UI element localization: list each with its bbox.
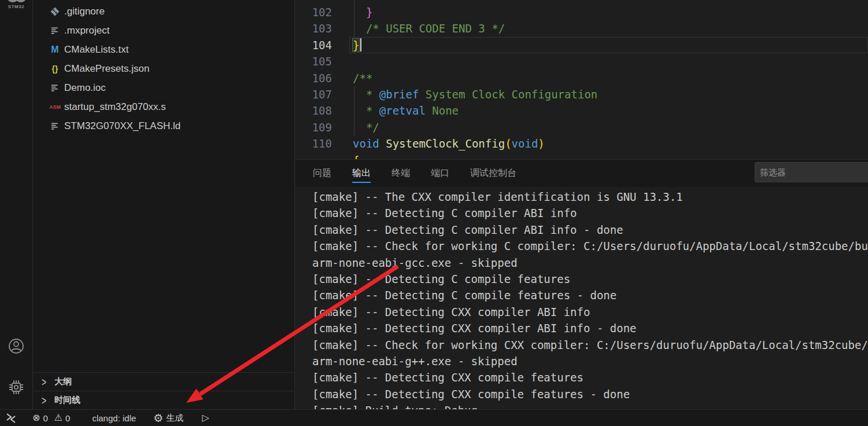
file-item-startup-asm[interactable]: ASM startup_stm32g070xx.s bbox=[34, 97, 294, 116]
stm32-logo-label: STM32 bbox=[8, 4, 24, 9]
timeline-section-header[interactable]: > 时间线 bbox=[34, 391, 294, 409]
stm32-extension-icon[interactable]: STM32 bbox=[0, 0, 32, 20]
document-icon bbox=[49, 26, 61, 35]
file-item-cmakepresets[interactable]: {} CMakePresets.json bbox=[34, 59, 294, 78]
output-line: [cmake] -- Detecting CXX compiler ABI in… bbox=[312, 320, 868, 336]
build-label: 生成 bbox=[166, 413, 183, 424]
output-line: [cmake] -- The CXX compiler identificati… bbox=[312, 189, 868, 205]
json-icon: {} bbox=[49, 64, 61, 74]
clangd-status[interactable]: clangd: idle bbox=[90, 410, 138, 426]
line-number: 109 bbox=[296, 119, 332, 135]
file-item-demo-ioc[interactable]: Demo.ioc bbox=[34, 78, 294, 97]
code-line: { bbox=[296, 152, 868, 159]
status-bar: ⊗ 0 ⚠ 0 clangd: idle ⚙ 生成 ▷ bbox=[0, 409, 868, 426]
line-number: 106 bbox=[296, 70, 332, 86]
file-list: .gitignore .mxproject M CMakeLists.txt {… bbox=[34, 0, 294, 135]
output-line: [cmake] -- Detecting C compiler ABI info bbox=[312, 205, 868, 221]
panel-tab-output[interactable]: 输出 bbox=[352, 160, 371, 187]
panel-tab-bar: 问题 输出 终端 端口 调试控制台 bbox=[296, 160, 868, 187]
output-line: [cmake] -- Detecting C compiler ABI info… bbox=[312, 222, 868, 238]
output-line: [cmake] -- Detecting CXX compile feature… bbox=[312, 386, 868, 402]
chevron-right-icon: > bbox=[42, 375, 54, 388]
git-icon bbox=[49, 7, 61, 16]
line-number: 102 bbox=[296, 4, 332, 20]
code-line-current: 104 } bbox=[296, 37, 868, 53]
output-line: arm-none-eabi-gcc.exe - skipped bbox=[312, 255, 868, 271]
output-line: [cmake] -- Check for working C compiler:… bbox=[312, 238, 868, 254]
file-name: CMakePresets.json bbox=[64, 63, 149, 75]
activity-bar: STM32 bbox=[0, 0, 33, 409]
code-line: 103 /* USER CODE END 3 */ bbox=[296, 20, 868, 36]
file-name: .gitignore bbox=[64, 6, 105, 17]
code-lines: 102 } 103 /* USER CODE END 3 */ 104 } 10… bbox=[296, 0, 868, 159]
matched-bracket: } bbox=[353, 39, 359, 52]
output-line: [cmake] -- Detecting CXX compiler ABI in… bbox=[312, 304, 868, 320]
code-line: 106 /** bbox=[296, 70, 868, 86]
sidebar-sections: > 大纲 > 时间线 bbox=[34, 372, 294, 409]
panel-tab-debug-console[interactable]: 调试控制台 bbox=[470, 160, 516, 187]
line-number: 110 bbox=[296, 135, 332, 152]
line-number: 103 bbox=[296, 20, 332, 36]
output-line: [cmake] -- Detecting CXX compile feature… bbox=[312, 369, 868, 385]
cmake-icon: M bbox=[49, 45, 61, 55]
file-item-mxproject[interactable]: .mxproject bbox=[34, 21, 294, 40]
code-line: 102 } bbox=[296, 4, 868, 20]
bottom-panel: 问题 输出 终端 端口 调试控制台 [cmake] -- The CXX com… bbox=[296, 159, 868, 409]
outline-section-header[interactable]: > 大纲 bbox=[34, 372, 294, 391]
code-editor[interactable]: 102 } 103 /* USER CODE END 3 */ 104 } 10… bbox=[296, 0, 868, 159]
panel-tab-ports[interactable]: 端口 bbox=[431, 160, 449, 187]
chip-settings-icon[interactable] bbox=[0, 379, 32, 395]
output-line: [cmake] -- Detecting C compile features … bbox=[312, 287, 868, 303]
file-name: .mxproject bbox=[64, 25, 109, 36]
output-log[interactable]: [cmake] -- The CXX compiler identificati… bbox=[296, 187, 868, 411]
document-icon bbox=[49, 83, 61, 92]
warning-count: 0 bbox=[65, 413, 70, 423]
output-line: [cmake] -- Check for working CXX compile… bbox=[312, 337, 868, 353]
error-icon: ⊗ bbox=[32, 413, 40, 423]
code-line: 109 */ bbox=[296, 119, 868, 135]
panel-tab-problems[interactable]: 问题 bbox=[313, 160, 331, 187]
file-name: startup_stm32g070xx.s bbox=[64, 101, 166, 113]
line-number: 105 bbox=[296, 53, 332, 69]
file-name: Demo.ioc bbox=[64, 82, 106, 94]
line-number bbox=[296, 152, 332, 159]
line-number: 107 bbox=[296, 86, 332, 102]
warning-icon: ⚠ bbox=[54, 413, 62, 423]
chevron-right-icon: > bbox=[42, 394, 54, 406]
remote-icon bbox=[5, 412, 17, 424]
output-line: [cmake] -- Detecting C compile features bbox=[312, 271, 868, 287]
line-number: 104 bbox=[296, 37, 332, 53]
panel-tab-terminal[interactable]: 终端 bbox=[391, 160, 410, 187]
play-icon: ▷ bbox=[202, 413, 209, 423]
file-name: STM32G070XX_FLASH.ld bbox=[64, 120, 180, 132]
code-line: 108 * @retval None bbox=[296, 102, 868, 119]
code-line: 105 bbox=[296, 53, 868, 69]
line-number: 108 bbox=[296, 102, 332, 119]
asm-icon: ASM bbox=[49, 104, 61, 110]
file-item-flash-ld[interactable]: STM32G070XX_FLASH.ld bbox=[34, 116, 294, 135]
error-count: 0 bbox=[43, 413, 47, 423]
account-icon[interactable] bbox=[0, 338, 32, 354]
gear-icon: ⚙ bbox=[153, 413, 163, 424]
remote-indicator[interactable] bbox=[2, 410, 20, 426]
build-button[interactable]: ⚙ 生成 bbox=[151, 410, 186, 426]
output-line: arm-none-eabi-g++.exe - skipped bbox=[312, 353, 868, 369]
file-item-gitignore[interactable]: .gitignore bbox=[34, 2, 294, 21]
explorer-sidebar: .gitignore .mxproject M CMakeLists.txt {… bbox=[34, 0, 295, 409]
file-name: CMakeLists.txt bbox=[64, 44, 128, 56]
document-icon bbox=[49, 122, 61, 130]
file-item-cmakelists[interactable]: M CMakeLists.txt bbox=[34, 40, 294, 59]
run-button[interactable]: ▷ bbox=[200, 410, 211, 426]
problems-status[interactable]: ⊗ 0 ⚠ 0 bbox=[30, 410, 72, 426]
code-line: 107 * @brief System Clock Configuration bbox=[296, 86, 868, 102]
vscode-window: STM32 bbox=[0, 0, 868, 426]
code-line: 110 void SystemClock_Config(void) bbox=[296, 135, 868, 152]
filter-input[interactable] bbox=[755, 162, 868, 182]
